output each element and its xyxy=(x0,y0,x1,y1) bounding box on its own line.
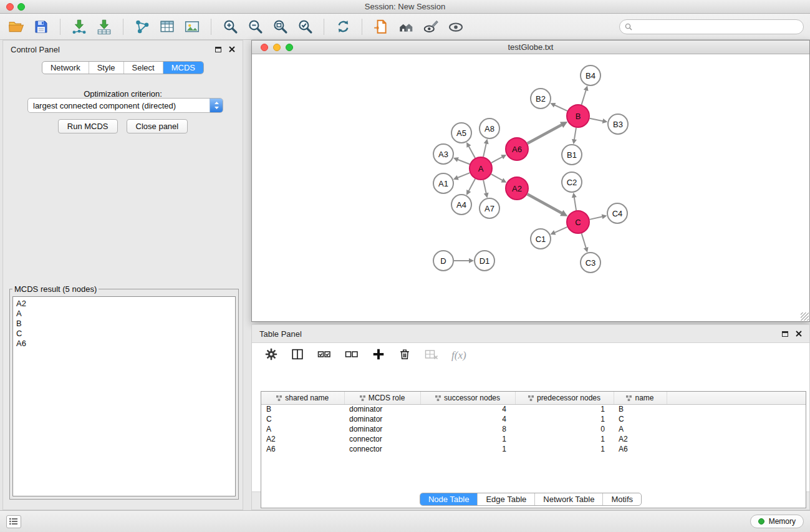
graph-edge-A6-B[interactable] xyxy=(528,122,568,143)
delete-column-button[interactable] xyxy=(398,347,412,364)
graph-edge-C-C4[interactable] xyxy=(590,215,607,220)
table-row[interactable]: A2connector11A2 xyxy=(261,434,806,444)
graph-node-A1[interactable]: A1 xyxy=(433,173,453,193)
refresh-layout-button[interactable] xyxy=(333,17,353,37)
graph-node-A7[interactable]: A7 xyxy=(480,198,499,218)
task-history-button[interactable] xyxy=(6,515,21,528)
deselect-all-button[interactable] xyxy=(344,347,359,364)
title-bar[interactable]: Session: New Session xyxy=(0,0,810,14)
graph-node-C3[interactable]: C3 xyxy=(581,253,600,273)
table-row[interactable]: A6connector11A6 xyxy=(261,444,806,454)
cell-mcds-role[interactable]: connector xyxy=(344,434,420,444)
cell-mcds-role[interactable]: connector xyxy=(344,444,420,454)
network-graph[interactable]: B4B2BB3A8A5A6A3B1AC2A1A2A4A7C4CC1DD1C3 xyxy=(252,54,809,321)
show-columns-button[interactable] xyxy=(291,347,304,364)
open-session-button[interactable] xyxy=(6,17,26,37)
delete-table-button[interactable] xyxy=(424,347,439,364)
graph-edge-B-B4[interactable] xyxy=(582,85,589,105)
mcds-result-item[interactable]: A2 xyxy=(16,299,232,309)
graph-edge-A-A3[interactable] xyxy=(453,157,470,164)
search-field[interactable] xyxy=(619,19,804,34)
optimization-criterion-select[interactable]: largest connected component (directed) xyxy=(27,98,223,113)
graph-edge-B-B3[interactable] xyxy=(590,118,608,123)
graph-node-B1[interactable]: B1 xyxy=(562,145,582,165)
graph-node-B[interactable]: B xyxy=(567,105,589,127)
column-header-name[interactable]: name xyxy=(614,392,667,404)
cell-shared-name[interactable]: C xyxy=(261,414,344,424)
resize-grip[interactable] xyxy=(801,312,809,321)
graph-node-D[interactable]: D xyxy=(433,251,453,271)
select-all-button[interactable] xyxy=(317,347,332,364)
graph-edge-A-A7[interactable] xyxy=(483,180,489,198)
graph-node-A3[interactable]: A3 xyxy=(433,144,453,164)
mcds-result-item[interactable]: A6 xyxy=(16,339,232,349)
cell-successor-nodes[interactable]: 8 xyxy=(420,424,515,434)
memory-button[interactable]: Memory xyxy=(750,515,804,528)
cell-shared-name[interactable]: B xyxy=(261,404,344,414)
graph-node-C4[interactable]: C4 xyxy=(607,203,627,223)
export-image-button[interactable] xyxy=(182,17,202,37)
graph-edge-D-D1[interactable] xyxy=(454,258,474,263)
import-table-button[interactable] xyxy=(94,17,114,37)
network-window-titlebar[interactable]: testGlobe.txt xyxy=(252,41,809,54)
network-close-traffic-light[interactable] xyxy=(261,44,268,51)
close-table-panel-icon[interactable] xyxy=(796,331,802,337)
zoom-out-button[interactable] xyxy=(245,17,265,37)
cell-mcds-role[interactable]: dominator xyxy=(344,424,420,434)
graph-node-A6[interactable]: A6 xyxy=(506,138,528,160)
cell-name[interactable]: A xyxy=(614,424,667,434)
graph-edge-A-A8[interactable] xyxy=(483,139,489,157)
graph-edge-A-A6[interactable] xyxy=(491,155,506,163)
graph-edge-B-B1[interactable] xyxy=(572,128,577,144)
run-mcds-button[interactable]: Run MCDS xyxy=(58,119,118,133)
network-minimize-traffic-light[interactable] xyxy=(273,44,281,51)
import-network-button[interactable] xyxy=(69,17,89,37)
tab-style[interactable]: Style xyxy=(89,62,124,74)
graph-node-A8[interactable]: A8 xyxy=(480,118,499,138)
close-panel-icon[interactable] xyxy=(229,46,235,52)
cell-successor-nodes[interactable]: 1 xyxy=(420,444,515,454)
network-zoom-traffic-light[interactable] xyxy=(286,44,293,51)
annotation-button[interactable] xyxy=(421,17,441,37)
tab-mcds[interactable]: MCDS xyxy=(163,62,203,74)
graph-node-A2[interactable]: A2 xyxy=(506,177,528,200)
add-column-button[interactable] xyxy=(372,347,385,364)
graph-node-A[interactable]: A xyxy=(470,157,492,180)
column-header-mcds-role[interactable]: MCDS role xyxy=(344,392,420,404)
tab-select[interactable]: Select xyxy=(124,62,163,74)
close-traffic-light[interactable] xyxy=(6,3,14,11)
cell-shared-name[interactable]: A xyxy=(261,424,344,434)
cell-mcds-role[interactable]: dominator xyxy=(344,414,420,424)
graph-edge-C-C2[interactable] xyxy=(572,193,577,210)
cell-predecessor-nodes[interactable]: 0 xyxy=(515,424,614,434)
network-canvas[interactable]: B4B2BB3A8A5A6A3B1AC2A1A2A4A7C4CC1DD1C3 xyxy=(252,54,809,321)
column-header-predecessor-nodes[interactable]: predecessor nodes xyxy=(515,392,614,404)
show-hide-button[interactable] xyxy=(446,17,466,37)
float-panel-icon[interactable] xyxy=(215,47,221,52)
cell-predecessor-nodes[interactable]: 1 xyxy=(515,404,614,414)
zoom-in-button[interactable] xyxy=(220,17,240,37)
graph-node-A4[interactable]: A4 xyxy=(451,195,471,215)
cell-shared-name[interactable]: A2 xyxy=(261,434,344,444)
mcds-result-list[interactable]: A2ABCA6 xyxy=(12,296,236,496)
tab-motifs[interactable]: Motifs xyxy=(603,493,641,505)
graph-node-D1[interactable]: D1 xyxy=(475,251,494,271)
cell-successor-nodes[interactable]: 1 xyxy=(420,434,515,444)
zoom-selected-button[interactable] xyxy=(295,17,315,37)
cell-predecessor-nodes[interactable]: 1 xyxy=(515,434,614,444)
graph-node-B3[interactable]: B3 xyxy=(608,114,628,134)
mcds-result-item[interactable]: B xyxy=(16,319,232,329)
graph-node-B4[interactable]: B4 xyxy=(581,65,600,85)
tab-network-table[interactable]: Network Table xyxy=(535,493,603,505)
cell-name[interactable]: A6 xyxy=(614,444,667,454)
graph-edge-A-A4[interactable] xyxy=(466,179,475,195)
tab-node-table[interactable]: Node Table xyxy=(420,493,478,505)
cell-successor-nodes[interactable]: 4 xyxy=(420,404,515,414)
table-row[interactable]: Bdominator41B xyxy=(261,404,806,414)
graph-node-A5[interactable]: A5 xyxy=(451,123,471,143)
graph-edge-C-C1[interactable] xyxy=(551,227,567,235)
cell-name[interactable]: A2 xyxy=(614,434,667,444)
tab-network[interactable]: Network xyxy=(42,62,89,74)
table-settings-button[interactable] xyxy=(264,347,278,364)
new-network-button[interactable] xyxy=(132,17,152,37)
